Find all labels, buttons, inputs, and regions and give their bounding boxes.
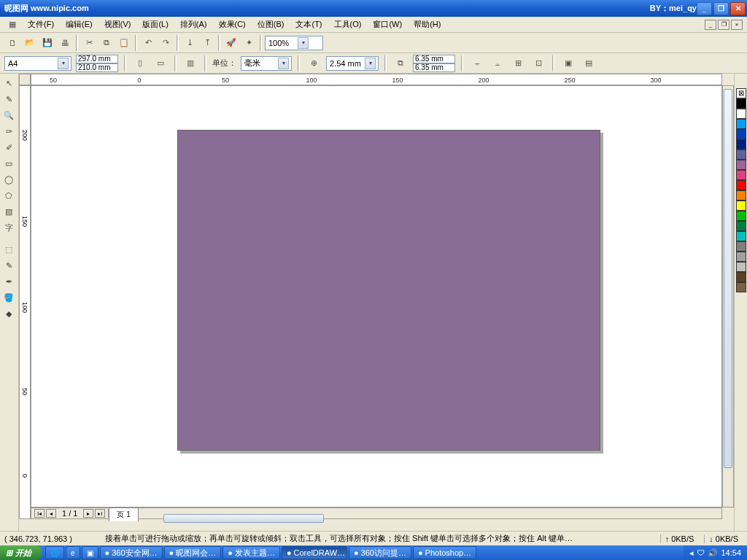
dup-x-input[interactable]: [413, 55, 455, 63]
color-swatch[interactable]: [736, 252, 746, 262]
menu-V[interactable]: 视图(V): [98, 18, 137, 31]
menu-T[interactable]: 文本(T): [290, 18, 328, 31]
purple-rectangle-object[interactable]: [177, 130, 600, 451]
taskbar-item[interactable]: ●CorelDRAW…: [282, 546, 347, 559]
fill-tool[interactable]: 🪣: [0, 289, 18, 306]
maximize-button[interactable]: ❐: [713, 2, 729, 15]
color-swatch[interactable]: [736, 119, 746, 129]
landscape-icon[interactable]: ▭: [152, 55, 169, 71]
undo-icon[interactable]: ↶: [140, 35, 156, 51]
smart-tool[interactable]: ✐: [0, 139, 18, 155]
chevron-down-icon[interactable]: ▾: [298, 37, 309, 49]
vscroll-thumb[interactable]: [724, 89, 732, 468]
text-tool[interactable]: 字: [0, 219, 18, 236]
last-page-button[interactable]: ▸I: [95, 509, 105, 518]
taskbar-item[interactable]: ●Photoshop…: [413, 546, 476, 559]
pick-tool[interactable]: ↖: [0, 75, 18, 91]
eyedropper-tool[interactable]: ✎: [0, 257, 18, 273]
papersize-input[interactable]: [8, 59, 58, 68]
tray-icon[interactable]: 🔊: [708, 548, 718, 558]
import-icon[interactable]: ⤓: [182, 35, 198, 51]
menu-A[interactable]: 排列(A): [174, 18, 213, 31]
ellipse-tool[interactable]: ◯: [0, 171, 18, 187]
first-page-button[interactable]: I◂: [34, 509, 44, 518]
export-icon[interactable]: ⤒: [199, 35, 215, 51]
corel-online-icon[interactable]: ✦: [241, 35, 257, 51]
quicklaunch[interactable]: 🌐: [45, 546, 64, 559]
color-swatch[interactable]: [736, 98, 746, 109]
app-launch-icon[interactable]: 🚀: [223, 35, 239, 51]
color-swatch[interactable]: [736, 129, 746, 139]
no-fill-swatch[interactable]: ⊠: [736, 88, 746, 98]
taskbar-item[interactable]: ●发表主题…: [222, 546, 280, 559]
color-swatch[interactable]: [736, 109, 746, 119]
interactive-fill-tool[interactable]: ◆: [0, 306, 18, 322]
color-swatch[interactable]: [736, 262, 746, 272]
zoom-input[interactable]: [268, 39, 298, 47]
menu-O[interactable]: 工具(O): [328, 18, 368, 31]
menu-C[interactable]: 效果(C): [213, 18, 252, 31]
vertical-scrollbar[interactable]: [722, 85, 734, 508]
dup-y-input[interactable]: [413, 63, 455, 72]
redo-icon[interactable]: ↷: [158, 35, 174, 51]
rectangle-tool[interactable]: ▭: [0, 155, 18, 171]
color-swatch[interactable]: [736, 180, 746, 190]
mdi-minimize[interactable]: _: [705, 20, 716, 30]
polygon-tool[interactable]: ⬠: [0, 187, 18, 203]
mdi-restore[interactable]: ❐: [718, 20, 729, 30]
ruler-corner[interactable]: [19, 74, 31, 85]
prev-page-button[interactable]: ◂: [46, 509, 56, 518]
freehand-tool[interactable]: ✑: [0, 123, 18, 139]
option1-icon[interactable]: ▣: [560, 55, 576, 71]
spinner-icon[interactable]: ▾: [365, 58, 376, 69]
open-icon[interactable]: 📂: [22, 35, 38, 51]
color-swatch[interactable]: [736, 282, 746, 292]
tray-icon[interactable]: ◂: [689, 548, 694, 558]
horizontal-ruler[interactable]: 50050100150200250300350: [31, 74, 722, 85]
color-swatch[interactable]: [736, 231, 746, 241]
cut-icon[interactable]: ✂: [81, 35, 97, 51]
next-page-button[interactable]: ▸: [83, 509, 93, 518]
unit-combo[interactable]: ▾: [241, 56, 292, 71]
snap-icon[interactable]: ⫟: [469, 55, 485, 71]
color-swatch[interactable]: [736, 272, 746, 282]
chevron-down-icon[interactable]: ▾: [278, 58, 289, 69]
color-swatch[interactable]: [736, 190, 746, 201]
unit-input[interactable]: [244, 59, 278, 68]
menu-L[interactable]: 版面(L): [136, 18, 174, 31]
color-swatch[interactable]: [736, 221, 746, 231]
color-swatch[interactable]: [736, 160, 746, 170]
color-swatch[interactable]: [736, 149, 746, 160]
print-icon[interactable]: 🖶: [57, 35, 73, 51]
nudge-input[interactable]: ▾: [326, 56, 379, 71]
portrait-icon[interactable]: ▯: [132, 55, 148, 71]
tray-icon[interactable]: 🛡: [697, 548, 705, 557]
quicklaunch[interactable]: ▣: [82, 546, 98, 559]
snap3-icon[interactable]: ⊞: [510, 55, 526, 71]
menu-E[interactable]: 编辑(E): [60, 18, 98, 31]
new-icon[interactable]: 🗋: [4, 35, 20, 51]
color-swatch[interactable]: [736, 211, 746, 221]
quicklaunch[interactable]: e: [66, 546, 80, 559]
shape-tool[interactable]: ✎: [0, 91, 18, 107]
snap4-icon[interactable]: ⊡: [530, 55, 546, 71]
close-button[interactable]: ✕: [730, 2, 746, 15]
snap2-icon[interactable]: ⫠: [489, 55, 506, 71]
mdi-close[interactable]: ×: [731, 20, 743, 30]
zoom-tool[interactable]: 🔍: [0, 107, 18, 123]
color-swatch[interactable]: [736, 201, 746, 211]
taskbar-item[interactable]: ●昵图网会…: [164, 546, 222, 559]
taskbar-item[interactable]: ●360安全网…: [100, 546, 163, 559]
vertical-ruler[interactable]: 200150100500: [19, 85, 31, 519]
paste-icon[interactable]: 📋: [116, 35, 132, 51]
option2-icon[interactable]: ▤: [581, 55, 597, 71]
minimize-button[interactable]: _: [697, 2, 712, 15]
drawing-canvas[interactable]: [31, 85, 722, 508]
menu-H[interactable]: 帮助(H): [408, 18, 446, 31]
system-tray[interactable]: ◂ 🛡 🔊 14:54: [684, 545, 747, 560]
page-tab[interactable]: 页 1: [109, 508, 138, 521]
page-width-input[interactable]: [76, 55, 118, 63]
color-swatch[interactable]: [736, 139, 746, 149]
page-height-input[interactable]: [76, 63, 118, 72]
taskbar-item[interactable]: ●360访问提…: [349, 546, 411, 559]
